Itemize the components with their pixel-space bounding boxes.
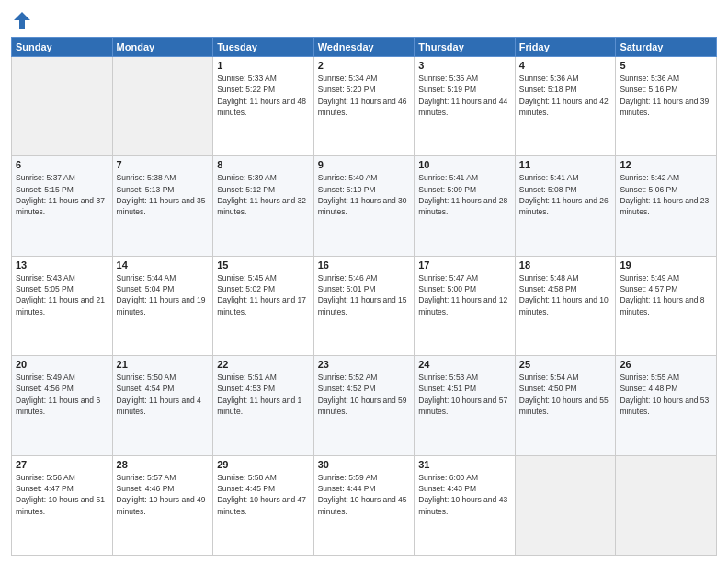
day-info: Sunrise: 5:33 AM Sunset: 5:22 PM Dayligh… xyxy=(217,73,310,118)
calendar-cell: 6Sunrise: 5:37 AM Sunset: 5:15 PM Daylig… xyxy=(12,156,113,256)
day-number: 12 xyxy=(620,159,712,170)
calendar-cell: 16Sunrise: 5:46 AM Sunset: 5:01 PM Dayli… xyxy=(313,256,415,355)
day-number: 3 xyxy=(418,60,511,71)
day-info: Sunrise: 5:46 AM Sunset: 5:01 PM Dayligh… xyxy=(318,272,411,317)
day-number: 7 xyxy=(117,159,210,170)
day-number: 16 xyxy=(318,259,411,270)
week-row-3: 13Sunrise: 5:43 AM Sunset: 5:05 PM Dayli… xyxy=(12,256,717,355)
svg-marker-1 xyxy=(14,12,30,29)
day-header-tuesday: Tuesday xyxy=(213,38,314,57)
header-row: SundayMondayTuesdayWednesdayThursdayFrid… xyxy=(12,38,717,57)
calendar-cell xyxy=(12,57,113,156)
day-number: 31 xyxy=(418,459,511,470)
day-info: Sunrise: 5:41 AM Sunset: 5:09 PM Dayligh… xyxy=(418,172,511,217)
day-info: Sunrise: 5:42 AM Sunset: 5:06 PM Dayligh… xyxy=(620,172,712,217)
day-number: 15 xyxy=(217,259,310,270)
calendar-cell xyxy=(515,455,616,555)
calendar-cell: 5Sunrise: 5:36 AM Sunset: 5:16 PM Daylig… xyxy=(616,57,717,156)
day-info: Sunrise: 5:55 AM Sunset: 4:48 PM Dayligh… xyxy=(620,372,712,417)
day-header-monday: Monday xyxy=(112,38,213,57)
day-number: 10 xyxy=(418,159,511,170)
calendar-cell: 28Sunrise: 5:57 AM Sunset: 4:46 PM Dayli… xyxy=(112,455,213,555)
calendar-cell xyxy=(616,455,717,555)
day-number: 13 xyxy=(16,259,108,270)
day-info: Sunrise: 5:36 AM Sunset: 5:18 PM Dayligh… xyxy=(519,73,612,118)
day-info: Sunrise: 5:34 AM Sunset: 5:20 PM Dayligh… xyxy=(318,73,411,118)
day-number: 6 xyxy=(16,159,108,170)
calendar-cell: 4Sunrise: 5:36 AM Sunset: 5:18 PM Daylig… xyxy=(515,57,616,156)
logo xyxy=(11,9,35,31)
calendar-cell: 12Sunrise: 5:42 AM Sunset: 5:06 PM Dayli… xyxy=(616,156,717,256)
calendar-cell: 10Sunrise: 5:41 AM Sunset: 5:09 PM Dayli… xyxy=(415,156,516,256)
calendar-cell: 15Sunrise: 5:45 AM Sunset: 5:02 PM Dayli… xyxy=(213,256,314,355)
day-info: Sunrise: 5:59 AM Sunset: 4:44 PM Dayligh… xyxy=(318,472,411,517)
day-header-sunday: Sunday xyxy=(12,38,113,57)
day-info: Sunrise: 5:36 AM Sunset: 5:16 PM Dayligh… xyxy=(620,73,712,118)
calendar-cell: 23Sunrise: 5:52 AM Sunset: 4:52 PM Dayli… xyxy=(313,356,415,455)
calendar-cell xyxy=(112,57,213,156)
day-number: 4 xyxy=(519,60,612,71)
day-number: 23 xyxy=(318,359,411,370)
day-number: 29 xyxy=(217,459,310,470)
calendar-cell: 20Sunrise: 5:49 AM Sunset: 4:56 PM Dayli… xyxy=(12,356,113,455)
calendar-cell: 2Sunrise: 5:34 AM Sunset: 5:20 PM Daylig… xyxy=(313,57,415,156)
day-number: 19 xyxy=(620,259,712,270)
day-number: 17 xyxy=(418,259,511,270)
day-info: Sunrise: 5:49 AM Sunset: 4:57 PM Dayligh… xyxy=(620,272,712,317)
day-info: Sunrise: 5:45 AM Sunset: 5:02 PM Dayligh… xyxy=(217,272,310,317)
day-info: Sunrise: 5:37 AM Sunset: 5:15 PM Dayligh… xyxy=(16,172,108,217)
day-info: Sunrise: 5:41 AM Sunset: 5:08 PM Dayligh… xyxy=(519,172,612,217)
day-info: Sunrise: 5:43 AM Sunset: 5:05 PM Dayligh… xyxy=(16,272,108,317)
calendar-cell: 3Sunrise: 5:35 AM Sunset: 5:19 PM Daylig… xyxy=(415,57,516,156)
day-number: 18 xyxy=(519,259,612,270)
calendar-cell: 31Sunrise: 6:00 AM Sunset: 4:43 PM Dayli… xyxy=(415,455,516,555)
day-info: Sunrise: 5:40 AM Sunset: 5:10 PM Dayligh… xyxy=(318,172,411,217)
calendar-cell: 1Sunrise: 5:33 AM Sunset: 5:22 PM Daylig… xyxy=(213,57,314,156)
day-number: 21 xyxy=(117,359,210,370)
day-info: Sunrise: 5:58 AM Sunset: 4:45 PM Dayligh… xyxy=(217,472,310,517)
day-number: 1 xyxy=(217,60,310,71)
day-header-wednesday: Wednesday xyxy=(313,38,415,57)
day-info: Sunrise: 5:57 AM Sunset: 4:46 PM Dayligh… xyxy=(117,472,210,517)
calendar-cell: 11Sunrise: 5:41 AM Sunset: 5:08 PM Dayli… xyxy=(515,156,616,256)
day-info: Sunrise: 5:44 AM Sunset: 5:04 PM Dayligh… xyxy=(117,272,210,317)
calendar-cell: 7Sunrise: 5:38 AM Sunset: 5:13 PM Daylig… xyxy=(112,156,213,256)
calendar-cell: 29Sunrise: 5:58 AM Sunset: 4:45 PM Dayli… xyxy=(213,455,314,555)
calendar-cell: 8Sunrise: 5:39 AM Sunset: 5:12 PM Daylig… xyxy=(213,156,314,256)
day-header-saturday: Saturday xyxy=(616,38,717,57)
day-number: 9 xyxy=(318,159,411,170)
week-row-2: 6Sunrise: 5:37 AM Sunset: 5:15 PM Daylig… xyxy=(12,156,717,256)
page: SundayMondayTuesdayWednesdayThursdayFrid… xyxy=(0,0,728,563)
calendar-cell: 26Sunrise: 5:55 AM Sunset: 4:48 PM Dayli… xyxy=(616,356,717,455)
day-info: Sunrise: 5:56 AM Sunset: 4:47 PM Dayligh… xyxy=(16,472,108,517)
calendar-cell: 19Sunrise: 5:49 AM Sunset: 4:57 PM Dayli… xyxy=(616,256,717,355)
calendar-header: SundayMondayTuesdayWednesdayThursdayFrid… xyxy=(12,38,717,57)
day-info: Sunrise: 5:39 AM Sunset: 5:12 PM Dayligh… xyxy=(217,172,310,217)
day-number: 24 xyxy=(418,359,511,370)
week-row-1: 1Sunrise: 5:33 AM Sunset: 5:22 PM Daylig… xyxy=(12,57,717,156)
day-number: 27 xyxy=(16,459,108,470)
day-number: 20 xyxy=(16,359,108,370)
day-info: Sunrise: 5:38 AM Sunset: 5:13 PM Dayligh… xyxy=(117,172,210,217)
calendar-cell: 14Sunrise: 5:44 AM Sunset: 5:04 PM Dayli… xyxy=(112,256,213,355)
week-row-4: 20Sunrise: 5:49 AM Sunset: 4:56 PM Dayli… xyxy=(12,356,717,455)
header xyxy=(11,9,717,31)
calendar-cell: 25Sunrise: 5:54 AM Sunset: 4:50 PM Dayli… xyxy=(515,356,616,455)
day-info: Sunrise: 5:47 AM Sunset: 5:00 PM Dayligh… xyxy=(418,272,511,317)
calendar-cell: 17Sunrise: 5:47 AM Sunset: 5:00 PM Dayli… xyxy=(415,256,516,355)
day-number: 14 xyxy=(117,259,210,270)
calendar-cell: 22Sunrise: 5:51 AM Sunset: 4:53 PM Dayli… xyxy=(213,356,314,455)
day-info: Sunrise: 5:51 AM Sunset: 4:53 PM Dayligh… xyxy=(217,372,310,417)
day-header-thursday: Thursday xyxy=(415,38,516,57)
day-info: Sunrise: 5:48 AM Sunset: 4:58 PM Dayligh… xyxy=(519,272,612,317)
day-number: 5 xyxy=(620,60,712,71)
day-number: 25 xyxy=(519,359,612,370)
calendar-body: 1Sunrise: 5:33 AM Sunset: 5:22 PM Daylig… xyxy=(12,57,717,556)
day-info: Sunrise: 5:52 AM Sunset: 4:52 PM Dayligh… xyxy=(318,372,411,417)
day-number: 26 xyxy=(620,359,712,370)
calendar-cell: 24Sunrise: 5:53 AM Sunset: 4:51 PM Dayli… xyxy=(415,356,516,455)
day-info: Sunrise: 5:53 AM Sunset: 4:51 PM Dayligh… xyxy=(418,372,511,417)
day-number: 30 xyxy=(318,459,411,470)
calendar-cell: 9Sunrise: 5:40 AM Sunset: 5:10 PM Daylig… xyxy=(313,156,415,256)
day-info: Sunrise: 5:54 AM Sunset: 4:50 PM Dayligh… xyxy=(519,372,612,417)
